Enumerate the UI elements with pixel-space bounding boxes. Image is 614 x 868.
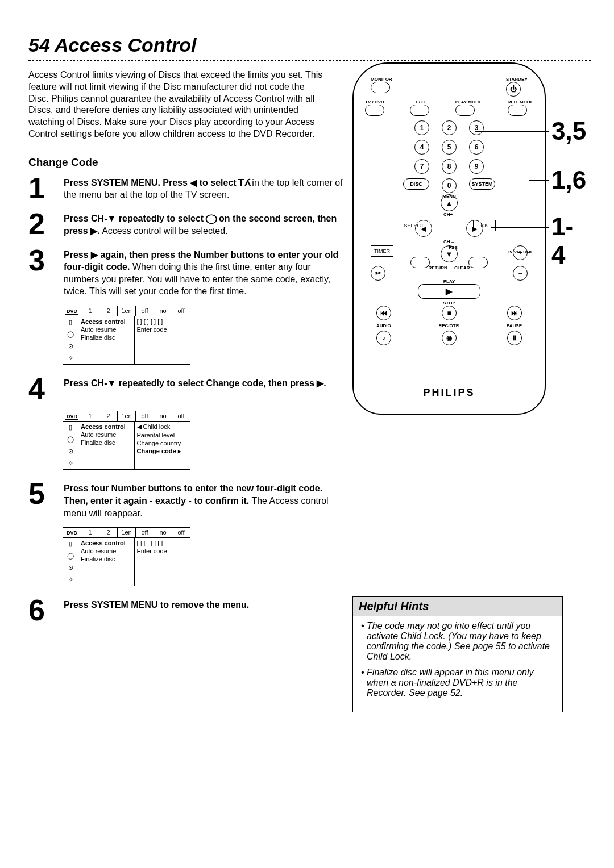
monitor-button[interactable]	[371, 82, 390, 93]
playmode-button[interactable]	[455, 105, 475, 116]
num-8[interactable]: 8	[442, 159, 457, 174]
osd-item: Access control	[81, 423, 132, 431]
osd-submenu-item-selected: Change code ▸	[137, 447, 188, 456]
label-standby: STANDBY	[506, 77, 528, 82]
step-bold: Press SYSTEM MENU to remove the menu.	[64, 600, 249, 610]
disc-button[interactable]: DISC	[403, 178, 429, 190]
label-play: PLAY	[354, 279, 545, 284]
osd-item: Finalize disc	[81, 333, 132, 341]
osd-tab: 1en	[118, 528, 136, 537]
card-icon: ▯	[63, 538, 78, 550]
standby-button[interactable]: ⏻	[506, 82, 521, 97]
num-6[interactable]: 6	[469, 140, 484, 155]
remote-diagram: MONITOR STANDBY ⏻ TV / DVD T / C PLAY MO…	[352, 62, 580, 415]
disc-icon: ◯	[63, 550, 78, 562]
dvd-logo: DVD	[65, 530, 78, 536]
osd-tab: 1en	[118, 411, 136, 421]
step-text: Press four Number buttons to enter the n…	[64, 480, 347, 519]
osd-tab: 2	[99, 411, 118, 421]
num-3[interactable]: 3	[469, 120, 484, 135]
step-bold: Press CH-▼ repeatedly to select	[64, 214, 204, 223]
pause-button[interactable]: ⏸	[507, 331, 522, 345]
intro-paragraph: Access Control limits viewing of Discs t…	[28, 69, 324, 140]
label-tvdvd: TV / DVD	[365, 100, 384, 105]
osd-tab: off	[136, 411, 154, 421]
osd-submenu-item: Change country	[137, 439, 188, 447]
callout-3-5: 3,5	[551, 117, 586, 145]
audio-button[interactable]: ♪	[376, 331, 391, 345]
next-button[interactable]: ⏭	[507, 306, 522, 320]
osd-screenshot-1: DVD 1 2 1en off no off ▯ ◯ ⊙ ✧ Access co…	[63, 306, 190, 365]
brand-logo: PHILIPS	[354, 387, 545, 399]
num-5[interactable]: 5	[442, 140, 457, 155]
num-4[interactable]: 4	[414, 140, 429, 155]
osd-tab: 2	[99, 306, 118, 316]
up-button[interactable]: ▲	[441, 194, 458, 211]
scissors-button[interactable]: ✂	[371, 266, 385, 281]
label-fss: FSS	[449, 245, 458, 250]
step-number: 6	[28, 596, 53, 624]
label-playmode: PLAY MODE	[455, 100, 482, 105]
step-tail: Access control will be selected.	[102, 226, 227, 236]
num-7[interactable]: 7	[414, 159, 429, 174]
step-text: Press ▶ again, then press the Number but…	[64, 247, 347, 298]
osd-item: Finalize disc	[81, 439, 132, 446]
title-rule	[28, 60, 591, 61]
label-tc: T / C	[410, 100, 429, 105]
num-9[interactable]: 9	[469, 159, 484, 174]
label-clear: CLEAR	[454, 266, 470, 281]
label-recmode: REC. MODE	[508, 100, 533, 105]
play-button[interactable]: ▶	[418, 284, 480, 299]
step-number: 1	[28, 174, 53, 202]
label-chplus: CH+	[443, 212, 453, 217]
osd-submenu-item: ◀ Child lock	[137, 423, 188, 431]
osd-tab: 1	[81, 411, 99, 421]
right-button[interactable]: ▶	[466, 220, 483, 237]
num-2[interactable]: 2	[442, 120, 457, 135]
callout-1-4: 1-4	[551, 212, 580, 269]
osd-tab: off	[136, 528, 154, 537]
tc-button[interactable]	[410, 105, 429, 116]
osd-entercode: Enter code	[137, 326, 188, 333]
page-number: 54	[28, 34, 50, 56]
hint-item: • The code may not go into effect until …	[361, 621, 554, 662]
prev-button[interactable]: ⏮	[376, 306, 391, 320]
osd-item: Auto resume	[81, 431, 132, 439]
osd-tab: no	[154, 411, 172, 421]
system-button[interactable]: SYSTEM	[469, 178, 495, 190]
label-stop: STOP	[376, 301, 522, 306]
osd-tab: off	[172, 528, 190, 537]
num-0[interactable]: 0	[442, 178, 457, 193]
wrench-icon: ✧	[63, 352, 78, 364]
rec-button[interactable]: ◉	[442, 331, 457, 345]
label-chminus: CH –	[443, 240, 454, 244]
stop-button[interactable]: ■	[442, 306, 457, 320]
timer-button[interactable]: TIMER	[371, 245, 393, 257]
rec-icon: ⊙	[63, 562, 78, 574]
tvdvd-button[interactable]	[365, 105, 384, 116]
osd-item: Finalize disc	[81, 555, 132, 563]
step-4: 4 Press CH-▼ repeatedly to select Change…	[28, 375, 347, 403]
hints-title: Helpful Hints	[353, 597, 562, 616]
recmode-button[interactable]	[508, 105, 527, 116]
osd-tab: 1	[81, 528, 99, 537]
wrench-icon: ✧	[63, 457, 78, 469]
step-number: 4	[28, 375, 53, 403]
disc-icon: ◯	[63, 433, 78, 445]
step-text: Press CH-▼ repeatedly to select Change c…	[64, 375, 326, 403]
osd-tab: off	[136, 306, 154, 316]
osd-tab: no	[154, 306, 172, 316]
num-1[interactable]: 1	[414, 120, 429, 135]
left-button[interactable]: ◀	[415, 220, 432, 237]
step-number: 2	[28, 210, 53, 238]
tvvol-minus[interactable]: −	[513, 266, 528, 281]
rec-icon: ⊙	[63, 445, 78, 457]
card-icon: ▯	[63, 422, 78, 433]
osd-item: Auto resume	[81, 326, 132, 333]
step-2: 2 Press CH-▼ repeatedly to select ◯ on t…	[28, 210, 347, 238]
osd-item: Access control	[81, 318, 132, 326]
osd-tab: off	[172, 306, 190, 316]
page-title: 54 Access Control	[28, 34, 591, 56]
wrench-icon: ✧	[63, 574, 78, 586]
step-5: 5 Press four Number buttons to enter the…	[28, 480, 347, 519]
